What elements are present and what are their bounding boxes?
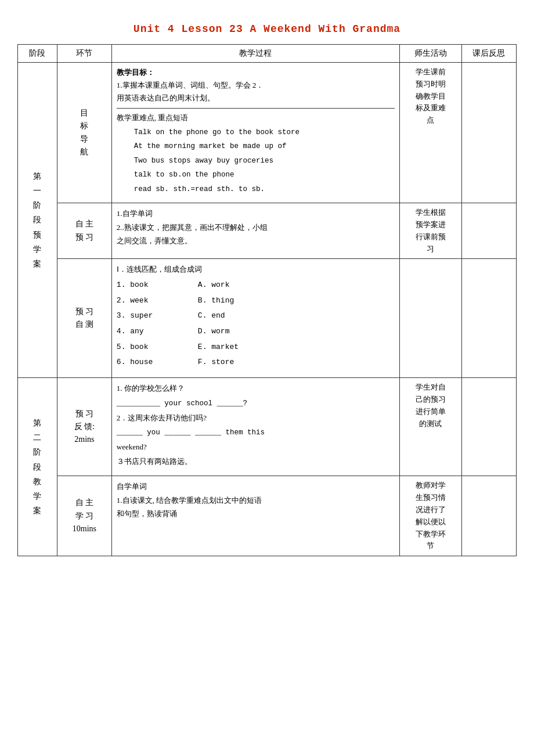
section-1-1: 自 主 学 习 10mins — [57, 476, 111, 556]
process-0-0: 教学目标： 1.掌握本课重点单词、词组、句型。学会 2．用英语表达自己的周末计划… — [111, 63, 399, 203]
section-1-0: 预 习 反 馈: 2mins — [57, 378, 111, 476]
process-0-2: Ⅰ．连线匹配，组成合成词 1. bookA. work2. weekB. thi… — [111, 259, 399, 378]
header-section: 环节 — [57, 45, 111, 63]
activity-0-0: 学生课前 预习时明 确教学目 标及重难 点 — [399, 63, 461, 203]
section-0-1: 自 主 预 习 — [57, 203, 111, 259]
process-1-1: 自学单词1.自读课文, 结合教学重难点划出文中的短语和句型，熟读背诵 — [111, 476, 399, 556]
page-title: Unit 4 Lesson 23 A Weekend With Grandma — [17, 23, 517, 35]
process-1-0: 1. 你的学校怎么样？__________ your school ______… — [111, 378, 399, 476]
reflection-0-1 — [461, 203, 516, 259]
reflection-1-1 — [461, 476, 516, 556]
stage-0: 第 一 阶 段 预 学 案 — [18, 63, 57, 378]
header-stage: 阶段 — [18, 45, 57, 63]
reflection-0-2 — [461, 259, 516, 378]
activity-0-2 — [399, 259, 461, 378]
reflection-1-0 — [461, 378, 516, 476]
stage-1: 第 二 阶 段 教 学 案 — [18, 378, 57, 556]
section-0-2: 预 习 自 测 — [57, 259, 111, 378]
activity-1-0: 学生对自 己的预习 进行简单 的测试 — [399, 378, 461, 476]
process-0-1: 1.自学单词2..熟读课文，把握其意，画出不理解处，小组之间交流，弄懂文意。 — [111, 203, 399, 259]
header-activity: 师生活动 — [399, 45, 461, 63]
section-0-0: 目 标 导 航 — [57, 63, 111, 203]
reflection-0-0 — [461, 63, 516, 203]
activity-0-1: 学生根据 预学案进 行课前预 习 — [399, 203, 461, 259]
header-reflection: 课后反思 — [461, 45, 516, 63]
main-table: 阶段 环节 教学过程 师生活动 课后反思 第 一 阶 段 预 学 案目 标 导 … — [17, 44, 517, 556]
activity-1-1: 教师对学 生预习情 况进行了 解以便以 下教学环 节 — [399, 476, 461, 556]
header-process: 教学过程 — [111, 45, 399, 63]
